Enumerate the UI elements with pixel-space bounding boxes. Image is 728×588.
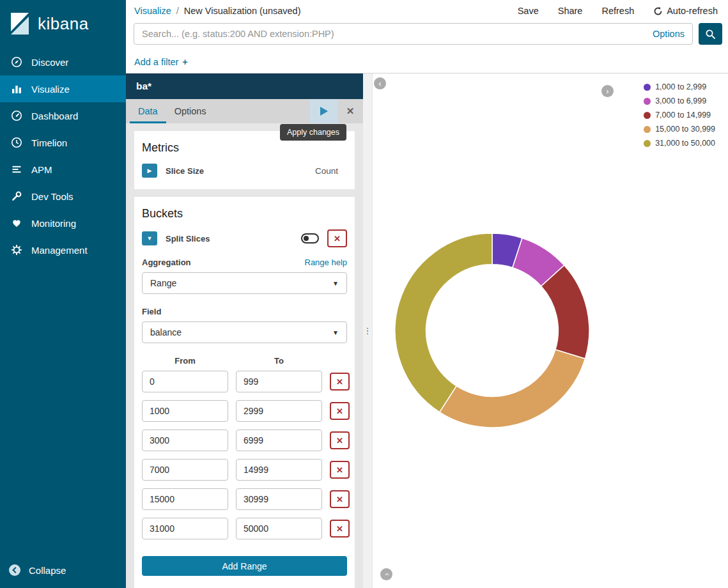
- add-range-button[interactable]: Add Range: [142, 556, 347, 576]
- range-from-input[interactable]: [142, 488, 228, 510]
- legend-label: 7,000 to 14,999: [655, 111, 711, 120]
- range-from-input[interactable]: [142, 518, 228, 539]
- add-filter-plus-icon[interactable]: +: [182, 57, 187, 67]
- apply-changes-tooltip: Apply changes: [280, 124, 346, 141]
- remove-range-button[interactable]: ✕: [330, 520, 350, 538]
- chevron-down-icon: ▼: [332, 280, 339, 287]
- range-to-input[interactable]: [236, 459, 322, 481]
- legend-item[interactable]: 1,000 to 2,999: [644, 82, 715, 91]
- legend-dot: [644, 112, 651, 119]
- collapse-bottom-button[interactable]: ›: [380, 568, 392, 580]
- donut-slice[interactable]: [440, 350, 585, 428]
- legend-dot: [644, 84, 651, 91]
- collapse-bucket-button[interactable]: ▼: [142, 231, 157, 245]
- range-help-link[interactable]: Range help: [305, 258, 348, 267]
- sidebar-collapse-button[interactable]: Collapse: [0, 564, 126, 588]
- sidebar-item-label: Discover: [31, 57, 68, 68]
- sidebar-item-dashboard[interactable]: Dashboard: [0, 102, 126, 129]
- range-to-input[interactable]: [236, 400, 322, 422]
- bar-chart-icon: [11, 83, 22, 95]
- compass-icon: [11, 56, 22, 68]
- range-columns-header: From To: [142, 356, 347, 366]
- range-row: ✕: [142, 488, 347, 510]
- sidebar-item-monitoring[interactable]: Monitoring: [0, 210, 126, 236]
- kibana-logo: kibana: [0, 0, 126, 49]
- aggregation-label: Aggregation: [142, 258, 191, 267]
- field-select[interactable]: balance ▼: [142, 321, 347, 343]
- range-to-input[interactable]: [236, 488, 322, 510]
- range-from-input[interactable]: [142, 371, 228, 392]
- donut-slice[interactable]: [541, 265, 589, 359]
- collapse-editor-button[interactable]: ‹: [374, 77, 386, 89]
- share-button[interactable]: Share: [558, 6, 583, 16]
- search-options-link[interactable]: Options: [653, 29, 685, 39]
- breadcrumb-page-title: New Visualization (unsaved): [184, 6, 301, 16]
- search-submit-button[interactable]: [699, 23, 722, 45]
- disable-bucket-toggle[interactable]: [301, 233, 319, 244]
- remove-range-button[interactable]: ✕: [330, 402, 350, 420]
- remove-range-button[interactable]: ✕: [330, 431, 350, 449]
- legend-item[interactable]: 31,000 to 50,000: [644, 139, 715, 148]
- from-column-header: From: [142, 356, 228, 366]
- sidebar-item-management[interactable]: Management: [0, 236, 126, 263]
- sidebar-item-discover[interactable]: Discover: [0, 49, 126, 75]
- panel-resize-handle[interactable]: ⋮: [363, 74, 373, 588]
- remove-range-button[interactable]: ✕: [330, 373, 350, 391]
- donut-chart: [377, 215, 607, 445]
- search-input[interactable]: [142, 29, 645, 39]
- save-button[interactable]: Save: [518, 6, 539, 16]
- add-filter-link[interactable]: Add a filter: [134, 57, 178, 67]
- vis-editor-panel: ba* Data Options ✕ Apply changes Metrics: [126, 74, 363, 588]
- sidebar-nav: DiscoverVisualizeDashboardTimelionAPMDev…: [0, 49, 126, 564]
- tab-data[interactable]: Data: [130, 99, 166, 123]
- breadcrumb-visualize-link[interactable]: Visualize: [134, 6, 171, 16]
- metrics-heading: Metrics: [142, 141, 347, 155]
- wrench-icon: [11, 190, 22, 202]
- breadcrumb-bar: Visualize / New Visualization (unsaved) …: [126, 0, 728, 22]
- auto-refresh-label: Auto-refresh: [667, 6, 718, 16]
- legend-item[interactable]: 15,000 to 30,999: [644, 125, 715, 134]
- auto-refresh-button[interactable]: Auto-refresh: [653, 6, 718, 16]
- topbar-actions: Save Share Refresh Auto-refresh: [518, 6, 718, 16]
- remove-bucket-button[interactable]: ✕: [327, 229, 347, 247]
- expand-metric-button[interactable]: ▶: [142, 164, 157, 178]
- legend-item[interactable]: 3,000 to 6,999: [644, 97, 715, 105]
- field-label-row: Field: [142, 307, 347, 316]
- chevron-down-icon: ▼: [332, 329, 339, 336]
- range-row: ✕: [142, 429, 347, 451]
- legend-item[interactable]: 7,000 to 14,999: [644, 111, 715, 120]
- field-label: Field: [142, 307, 161, 316]
- range-to-input[interactable]: [236, 429, 322, 451]
- remove-range-button[interactable]: ✕: [330, 490, 350, 508]
- range-from-input[interactable]: [142, 459, 228, 481]
- range-to-input[interactable]: [236, 518, 322, 539]
- sidebar-item-visualize[interactable]: Visualize: [0, 75, 126, 102]
- collapse-legend-button[interactable]: ›: [601, 85, 614, 97]
- sidebar-item-label: Dashboard: [31, 111, 78, 121]
- app-root: kibana DiscoverVisualizeDashboardTimelio…: [0, 0, 728, 588]
- legend-label: 31,000 to 50,000: [655, 139, 715, 148]
- play-icon: [320, 107, 328, 116]
- aggregation-select[interactable]: Range ▼: [142, 272, 347, 294]
- sidebar-item-label: Management: [31, 245, 88, 256]
- range-rows: ✕✕✕✕✕✕: [142, 371, 347, 539]
- sidebar-item-dev-tools[interactable]: Dev Tools: [0, 183, 126, 210]
- range-from-input[interactable]: [142, 400, 228, 422]
- donut-slice[interactable]: [395, 233, 492, 412]
- sidebar-item-apm[interactable]: APM: [0, 156, 126, 183]
- remove-range-button[interactable]: ✕: [330, 461, 350, 479]
- sidebar-item-timelion[interactable]: Timelion: [0, 129, 126, 156]
- tab-options[interactable]: Options: [166, 99, 215, 123]
- clock-icon: [11, 137, 22, 148]
- sidebar-item-label: Visualize: [31, 84, 70, 95]
- range-from-input[interactable]: [142, 429, 228, 451]
- range-to-input[interactable]: [236, 371, 322, 392]
- refresh-button[interactable]: Refresh: [601, 6, 634, 16]
- chart-panel: ‹ › › 1,000 to 2,9993,000 to 6,9997,000 …: [373, 74, 728, 588]
- index-pattern-header: ba*: [126, 74, 363, 99]
- discard-changes-button[interactable]: ✕: [337, 99, 363, 123]
- range-row: ✕: [142, 518, 347, 539]
- apply-changes-button[interactable]: [310, 99, 337, 123]
- metric-row[interactable]: ▶ Slice Size Count: [142, 164, 347, 178]
- range-row: ✕: [142, 400, 347, 422]
